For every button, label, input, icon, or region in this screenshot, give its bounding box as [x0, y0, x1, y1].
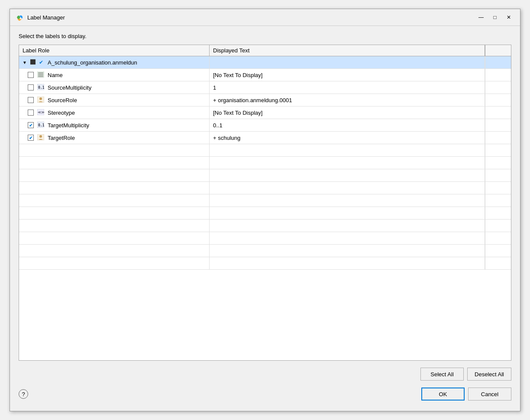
col-header-extra	[485, 45, 511, 56]
source-mult-row-label: SourceMultiplicity	[48, 84, 91, 91]
table-row-target-role[interactable]: ✔ TargetRole + schulung	[19, 132, 511, 144]
name-displayed-text: [No Text To Display]	[210, 69, 485, 81]
close-button[interactable]: ✕	[503, 13, 515, 22]
title-bar-buttons: — □ ✕	[475, 13, 515, 22]
table-row-parent[interactable]: ▼ ✔ A_schulung_organisation.anmeldun	[19, 56, 511, 69]
empty-row-1	[19, 144, 511, 157]
minimize-button[interactable]: —	[475, 13, 487, 22]
empty-row-9	[19, 245, 511, 257]
name-label-role-cell: Name	[19, 69, 210, 81]
name-checkbox[interactable]	[28, 72, 34, 78]
title-bar-left: Label Manager	[15, 13, 65, 22]
instruction-text: Select the labels to display.	[19, 33, 511, 39]
svg-point-14	[39, 135, 42, 138]
ok-cancel-row: OK Cancel	[421, 388, 511, 401]
target-mult-label-role-cell: ✔ 0.1↑ TargetMultiplicity	[19, 119, 210, 131]
source-role-row-label: SourceRole	[48, 97, 77, 103]
ok-button[interactable]: OK	[421, 388, 465, 401]
stereotype-extra-cell	[485, 107, 511, 119]
parent-checkmark-icon: ✔	[39, 59, 43, 65]
parent-row-label: A_schulung_organisation.anmeldun	[48, 59, 137, 66]
stereotype-label-role-cell: ≪≫ Stereotype	[19, 107, 210, 119]
empty-row-7	[19, 220, 511, 232]
label-manager-dialog: Label Manager — □ ✕ Select the labels to…	[10, 9, 520, 411]
app-icon	[15, 13, 24, 22]
empty-row-10	[19, 257, 511, 270]
label-table: Label Role Displayed Text ▼ ✔ A_schulung…	[19, 45, 511, 361]
empty-row-5	[19, 194, 511, 207]
stereotype-displayed-text: [No Text To Display]	[210, 107, 485, 119]
parent-extra-cell	[485, 56, 511, 68]
maximize-button[interactable]: □	[489, 13, 501, 22]
empty-row-6	[19, 207, 511, 220]
empty-row-4	[19, 182, 511, 194]
table-body: ▼ ✔ A_schulung_organisation.anmeldun	[19, 56, 511, 360]
source-mult-extra-cell	[485, 81, 511, 94]
target-mult-icon: 0.1↑	[37, 122, 44, 129]
table-row-name[interactable]: Name [No Text To Display]	[19, 69, 511, 81]
svg-text:≪≫: ≪≫	[38, 110, 44, 114]
target-mult-extra-cell	[485, 119, 511, 131]
col-header-label-role: Label Role	[19, 45, 210, 56]
source-mult-checkbox[interactable]	[28, 84, 34, 90]
parent-label-role-cell: ▼ ✔ A_schulung_organisation.anmeldun	[19, 56, 210, 68]
table-header: Label Role Displayed Text	[19, 45, 511, 56]
empty-row-2	[19, 157, 511, 169]
parent-displayed-text-cell	[210, 56, 485, 68]
target-role-displayed-text: + schulung	[210, 132, 485, 144]
target-role-icon	[37, 134, 44, 142]
dialog-body: Select the labels to display. Label Role…	[10, 26, 520, 411]
target-mult-displayed-text: 0..1	[210, 119, 485, 131]
select-all-button[interactable]: Select All	[420, 368, 464, 381]
svg-point-8	[39, 97, 42, 100]
stereotype-icon: ≪≫	[37, 109, 44, 116]
cancel-button[interactable]: Cancel	[468, 388, 511, 401]
select-deselect-row: Select All Deselect All	[19, 368, 511, 381]
svg-text:0.1↑: 0.1↑	[38, 86, 44, 90]
source-mult-displayed-text: 1	[210, 81, 485, 94]
target-role-label-role-cell: ✔ TargetRole	[19, 132, 210, 144]
target-role-extra-cell	[485, 132, 511, 144]
source-role-extra-cell	[485, 94, 511, 106]
source-mult-icon: 0.1↑	[37, 84, 44, 91]
parent-black-square-icon	[30, 59, 36, 66]
source-role-displayed-text: + organisation.anmeldung.0001	[210, 94, 485, 106]
target-mult-checkbox[interactable]: ✔	[28, 122, 34, 128]
col-header-displayed-text: Displayed Text	[210, 45, 485, 56]
deselect-all-button[interactable]: Deselect All	[467, 368, 511, 381]
source-mult-label-role-cell: 0.1↑ SourceMultiplicity	[19, 81, 210, 94]
table-row-stereotype[interactable]: ≪≫ Stereotype [No Text To Display]	[19, 107, 511, 119]
window-title: Label Manager	[27, 14, 65, 21]
name-list-icon	[37, 71, 44, 79]
source-role-icon	[37, 97, 44, 104]
bottom-row: ? OK Cancel	[19, 384, 511, 404]
stereotype-row-label: Stereotype	[48, 110, 75, 116]
empty-row-8	[19, 232, 511, 245]
svg-text:0.1↑: 0.1↑	[38, 123, 44, 127]
source-role-label-role-cell: SourceRole	[19, 94, 210, 106]
title-bar: Label Manager — □ ✕	[10, 9, 520, 26]
name-extra-cell	[485, 69, 511, 81]
table-row-target-mult[interactable]: ✔ 0.1↑ TargetMultiplicity 0..1	[19, 119, 511, 132]
name-row-label: Name	[48, 72, 63, 78]
table-row-source-role[interactable]: SourceRole + organisation.anmeldung.0001	[19, 94, 511, 107]
target-role-row-label: TargetRole	[48, 135, 75, 141]
table-row-source-mult[interactable]: 0.1↑ SourceMultiplicity 1	[19, 81, 511, 94]
stereotype-checkbox[interactable]	[28, 110, 34, 116]
target-role-checkbox[interactable]: ✔	[28, 135, 34, 141]
target-mult-row-label: TargetMultiplicity	[48, 122, 89, 129]
expand-arrow-icon[interactable]: ▼	[23, 60, 28, 65]
empty-row-3	[19, 169, 511, 182]
source-role-checkbox[interactable]	[28, 97, 34, 103]
help-button[interactable]: ?	[19, 389, 28, 399]
